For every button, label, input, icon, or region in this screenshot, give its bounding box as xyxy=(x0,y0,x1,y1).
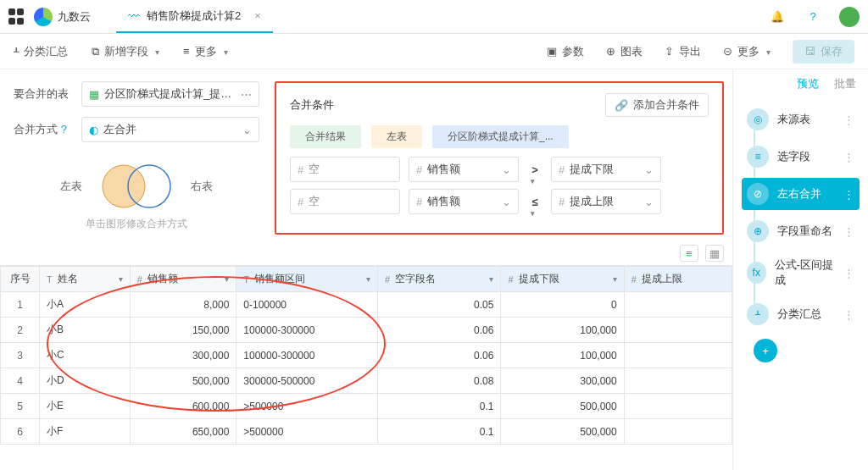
tool-addfield[interactable]: ⧉新增字段 xyxy=(92,44,159,59)
cond2-operator[interactable]: ≤▾ xyxy=(527,196,542,208)
col-upper[interactable]: #提成上限 xyxy=(624,267,732,292)
col-sales[interactable]: #销售额▾ xyxy=(130,267,236,292)
main: 要合并的表 ▦ 分区阶梯式提成计算_提… ⋯ 合并方式 ? ◐ 左合并 ⌄ xyxy=(0,69,868,470)
right-sidebar: 预览 批量 ◎来源表⋮≡选字段⋮⊘左右合并⋮⊕字段重命名⋮fx公式-区间提成⋮ᚆ… xyxy=(732,69,868,470)
col-name[interactable]: T姓名▾ xyxy=(40,267,131,292)
merge-method-label: 合并方式 ? xyxy=(14,122,75,137)
merge-title: 合并条件 xyxy=(290,97,334,113)
cond1-left-field[interactable]: #销售额⌄ xyxy=(409,157,519,182)
tool-params[interactable]: ▣参数 xyxy=(547,44,584,59)
table-row[interactable]: 5 小E600,000>500000 0.1500,000 xyxy=(1,394,732,419)
merge-table-select[interactable]: ▦ 分区阶梯式提成计算_提… ⋯ xyxy=(81,81,259,107)
help-icon[interactable]: ? xyxy=(804,8,822,26)
step-item[interactable]: fx公式-区间提成⋮ xyxy=(742,252,860,293)
save-button[interactable]: 🖫保存 xyxy=(793,40,854,64)
col-blank[interactable]: #空字段名▾ xyxy=(378,267,501,292)
step-item[interactable]: ᚆ分类汇总⋮ xyxy=(742,298,860,330)
col-lower[interactable]: #提成下限▾ xyxy=(501,267,624,292)
view-list-icon[interactable]: ≡ xyxy=(680,245,698,262)
step-item[interactable]: ⊕字段重命名⋮ xyxy=(742,215,860,247)
cond1-operator[interactable]: >▾ xyxy=(527,163,542,176)
svg-point-0 xyxy=(103,165,145,207)
logo-icon xyxy=(34,8,53,26)
step-item[interactable]: ≡选字段⋮ xyxy=(742,141,860,173)
merge-tab-result[interactable]: 合并结果 xyxy=(290,125,361,148)
tab-active[interactable]: 〰 销售阶梯提成计算2 × xyxy=(116,0,273,33)
cond2-result-field[interactable]: #空 xyxy=(290,189,400,214)
venn-note: 单击图形修改合并方式 xyxy=(86,217,187,231)
left-config: 要合并的表 ▦ 分区阶梯式提成计算_提… ⋯ 合并方式 ? ◐ 左合并 ⌄ xyxy=(14,81,259,235)
sidebar-tab-batch[interactable]: 批量 xyxy=(834,76,856,91)
step-item[interactable]: ◎来源表⋮ xyxy=(742,103,860,135)
merge-table-label: 要合并的表 xyxy=(14,86,75,102)
logo[interactable]: 九数云 xyxy=(34,8,91,26)
tool-more2[interactable]: ⊝更多 xyxy=(723,44,771,59)
brand-text: 九数云 xyxy=(58,9,91,25)
result-table: 序号 T姓名▾ #销售额▾ T销售额区间▾ #空字段名▾ #提成下限▾ #提成上… xyxy=(0,265,732,470)
center-pane: 要合并的表 ▦ 分区阶梯式提成计算_提… ⋯ 合并方式 ? ◐ 左合并 ⌄ xyxy=(0,69,732,470)
app-grid-icon[interactable] xyxy=(8,8,25,25)
table-grid-icon: ▦ xyxy=(89,88,99,101)
col-idx: 序号 xyxy=(1,267,40,292)
config-row: 要合并的表 ▦ 分区阶梯式提成计算_提… ⋯ 合并方式 ? ◐ 左合并 ⌄ xyxy=(0,69,732,235)
cond1-right-field[interactable]: #提成下限⌄ xyxy=(551,157,661,182)
venn-diagram[interactable]: 左表 右表 单击图形修改合并方式 xyxy=(14,161,259,231)
tool-chart[interactable]: ⊕图表 xyxy=(606,44,643,59)
avatar[interactable] xyxy=(839,7,860,27)
close-icon[interactable]: × xyxy=(254,9,261,22)
topbar-right: 🔔 ? xyxy=(768,7,860,27)
step-list: ◎来源表⋮≡选字段⋮⊘左右合并⋮⊕字段重命名⋮fx公式-区间提成⋮ᚆ分类汇总⋮+ xyxy=(733,98,868,368)
tool-more[interactable]: ≡更多 xyxy=(183,44,228,59)
col-range[interactable]: T销售额区间▾ xyxy=(236,267,378,292)
tab-title: 销售阶梯提成计算2 xyxy=(147,8,241,24)
table-row[interactable]: 4 小D500,000300000-500000 0.08300,000 xyxy=(1,368,732,394)
venn-left-icon: ◐ xyxy=(89,124,98,136)
venn-icon xyxy=(94,161,179,212)
merge-tab-left[interactable]: 左表 xyxy=(371,125,422,148)
table-row[interactable]: 1 小A8,0000-100000 0.050 xyxy=(1,292,732,318)
analysis-icon: 〰 xyxy=(128,9,140,23)
bell-icon[interactable]: 🔔 xyxy=(768,8,787,26)
chevron-down-icon: ⌄ xyxy=(242,124,252,136)
view-grid-icon[interactable]: ▦ xyxy=(705,245,724,262)
toolbar: ᚆ分类汇总 ⧉新增字段 ≡更多 ▣参数 ⊕图表 ⇪导出 ⊝更多 🖫保存 xyxy=(0,34,868,69)
merge-condition-panel: 合并条件 🔗添加合并条件 合并结果 左表 分区阶梯式提成计算_... #空 #销… xyxy=(275,81,724,235)
sidebar-tab-preview[interactable]: 预览 xyxy=(797,76,819,91)
tool-export[interactable]: ⇪导出 xyxy=(665,44,701,59)
topbar: 九数云 〰 销售阶梯提成计算2 × 🔔 ? xyxy=(0,0,868,34)
add-step-button[interactable]: + xyxy=(754,339,777,362)
add-condition-button[interactable]: 🔗添加合并条件 xyxy=(605,93,709,117)
tool-group[interactable]: ᚆ分类汇总 xyxy=(14,44,68,59)
step-item[interactable]: ⊘左右合并⋮ xyxy=(742,178,860,210)
cond2-left-field[interactable]: #销售额⌄ xyxy=(409,189,519,214)
table-row[interactable]: 6 小F650,000>500000 0.1500,000 xyxy=(1,419,732,445)
cond1-result-field[interactable]: #空 xyxy=(290,157,400,182)
more-dots-icon[interactable]: ⋯ xyxy=(241,88,252,101)
table-view-controls: ≡ ▦ xyxy=(0,240,732,265)
table-row[interactable]: 2 小B150,000100000-300000 0.06100,000 xyxy=(1,318,732,343)
merge-tab-right[interactable]: 分区阶梯式提成计算_... xyxy=(432,125,569,148)
link-icon: 🔗 xyxy=(615,99,628,112)
cond2-right-field[interactable]: #提成上限⌄ xyxy=(551,189,661,214)
table-row[interactable]: 3 小C300,000100000-300000 0.06100,000 xyxy=(1,343,732,368)
merge-method-select[interactable]: ◐ 左合并 ⌄ xyxy=(81,117,259,142)
